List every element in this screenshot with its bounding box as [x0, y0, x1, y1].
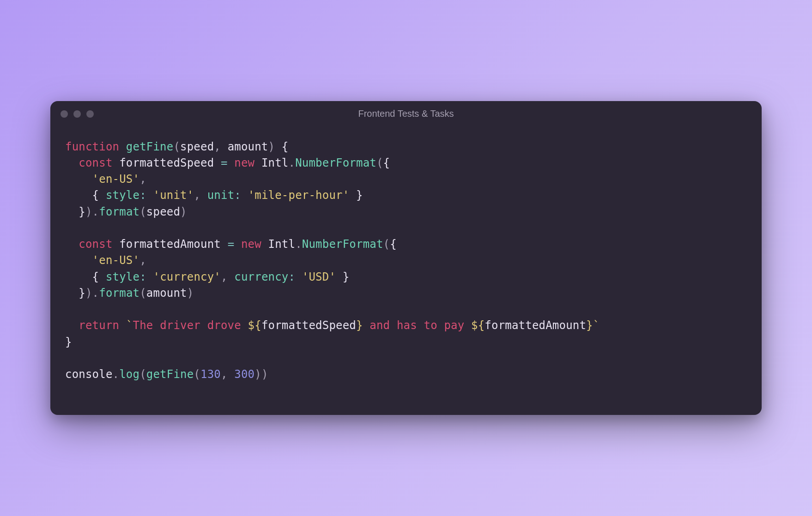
code-token: formattedSpeed: [261, 319, 356, 332]
code-token: [228, 156, 235, 169]
code-token: 'en-US': [92, 173, 140, 186]
code-token: const: [79, 156, 112, 169]
code-token: function: [65, 140, 119, 153]
code-token: The driver drove: [133, 319, 248, 332]
code-token: [65, 156, 79, 169]
code-token: 130: [200, 368, 221, 381]
code-token: Intl: [261, 156, 289, 169]
code-token: [113, 238, 120, 251]
code-token: =: [221, 156, 228, 169]
code-token: [241, 189, 248, 202]
code-token: (: [383, 238, 390, 251]
code-token: 'USD': [302, 270, 336, 283]
code-token: [99, 270, 106, 283]
code-token: )): [255, 368, 268, 381]
code-token: .: [289, 156, 296, 169]
code-token: unit: [207, 189, 235, 202]
code-token: :: [139, 189, 146, 202]
code-token: [146, 189, 153, 202]
minimize-icon[interactable]: [73, 110, 81, 118]
code-token: console: [65, 368, 113, 381]
code-token: [65, 270, 92, 283]
code-token: {: [92, 270, 99, 283]
maximize-icon[interactable]: [86, 110, 94, 118]
code-token: [65, 189, 92, 202]
code-token: new: [241, 238, 261, 251]
code-token: [99, 189, 106, 202]
code-token: [349, 189, 356, 202]
code-token: ,: [139, 254, 146, 267]
code-token: new: [234, 156, 255, 169]
code-token: format: [99, 205, 139, 218]
code-token: [336, 270, 343, 283]
code-token: :: [139, 270, 146, 283]
code-token: (: [194, 368, 200, 381]
code-token: [261, 238, 268, 251]
code-token: [221, 238, 228, 251]
code-token: }: [343, 270, 350, 283]
code-token: and has to pay: [363, 319, 471, 332]
code-token: 'mile-per-hour': [248, 189, 350, 202]
code-token: 'currency': [153, 270, 221, 283]
code-token: speed: [146, 205, 180, 218]
code-token: [119, 140, 126, 153]
code-token: `: [593, 319, 600, 332]
code-token: amount: [228, 140, 268, 153]
code-token: ).: [85, 205, 99, 218]
code-token: ,: [194, 189, 207, 202]
code-token: =: [228, 238, 235, 251]
code-token: [65, 319, 79, 332]
code-token: ${: [248, 319, 261, 332]
code-token: [65, 287, 79, 300]
code-token: [65, 238, 79, 251]
code-token: ): [268, 140, 282, 153]
code-token: ${: [471, 319, 485, 332]
code-token: currency: [234, 270, 288, 283]
code-token: amount: [146, 287, 187, 300]
code-token: [295, 270, 302, 283]
code-token: Intl: [268, 238, 296, 251]
code-token: style: [106, 270, 139, 283]
code-token: }: [79, 205, 85, 218]
code-token: {: [282, 140, 289, 153]
window-title: Frontend Tests & Tasks: [358, 108, 454, 119]
code-token: NumberFormat: [295, 156, 376, 169]
code-block: function getFine(speed, amount) { const …: [50, 127, 762, 415]
window-titlebar: Frontend Tests & Tasks: [50, 101, 762, 127]
code-token: formattedSpeed: [119, 156, 214, 169]
code-token: {: [92, 189, 99, 202]
code-token: }: [586, 319, 593, 332]
code-token: 300: [234, 368, 255, 381]
code-token: (: [173, 140, 180, 153]
code-token: [65, 254, 92, 267]
code-token: ): [187, 287, 194, 300]
code-token: (: [139, 287, 146, 300]
code-window: Frontend Tests & Tasks function getFine(…: [50, 101, 762, 415]
code-token: `: [126, 319, 133, 332]
code-token: NumberFormat: [302, 238, 383, 251]
code-token: const: [79, 238, 112, 251]
code-token: {: [383, 156, 390, 169]
code-token: ,: [139, 173, 146, 186]
close-icon[interactable]: [61, 110, 68, 118]
code-token: ): [180, 205, 187, 218]
code-token: .: [113, 368, 120, 381]
code-token: 'unit': [153, 189, 194, 202]
code-token: formattedAmount: [485, 319, 586, 332]
code-token: return: [79, 319, 119, 332]
code-token: speed: [180, 140, 214, 153]
code-token: 'en-US': [92, 254, 140, 267]
code-token: ,: [221, 368, 234, 381]
code-token: }: [356, 319, 363, 332]
code-token: [65, 173, 92, 186]
code-token: (: [139, 368, 146, 381]
code-token: :: [289, 270, 296, 283]
code-token: getFine: [126, 140, 174, 153]
code-token: (: [139, 205, 146, 218]
code-token: [65, 205, 79, 218]
code-token: format: [99, 287, 139, 300]
code-token: [234, 238, 241, 251]
traffic-lights: [61, 110, 94, 118]
code-token: formattedAmount: [119, 238, 221, 251]
code-token: ,: [214, 140, 227, 153]
